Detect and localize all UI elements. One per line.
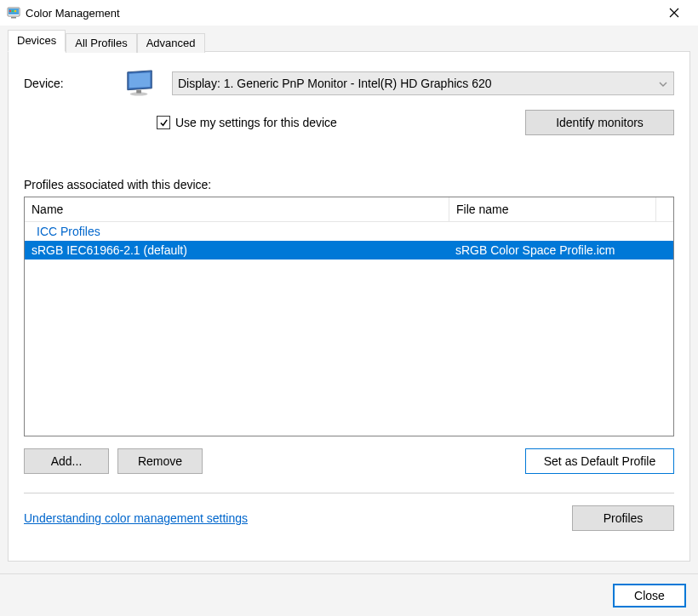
device-row: Device: Display: 1. Generic PnP Monitor … — [24, 69, 674, 98]
profile-file: sRGB Color Space Profile.icm — [449, 243, 673, 257]
device-select[interactable]: Display: 1. Generic PnP Monitor - Intel(… — [172, 71, 674, 95]
tab-advanced[interactable]: Advanced — [137, 33, 205, 53]
tab-all-profiles[interactable]: All Profiles — [66, 33, 136, 53]
svg-point-3 — [9, 10, 12, 13]
profiles-button[interactable]: Profiles — [572, 505, 674, 531]
identify-monitors-button[interactable]: Identify monitors — [525, 110, 674, 135]
device-label: Device: — [24, 77, 109, 90]
profiles-section-label: Profiles associated with this device: — [24, 178, 674, 191]
close-window-button[interactable] — [657, 1, 691, 25]
titlebar: Color Management — [0, 0, 698, 26]
profiles-group-label: ICC Profiles — [25, 222, 673, 241]
divider — [24, 493, 674, 493]
svg-point-5 — [14, 10, 17, 13]
profiles-listview: Name File name ICC Profiles sRGB IEC6196… — [24, 197, 674, 436]
chevron-down-icon — [658, 78, 668, 88]
remove-button[interactable]: Remove — [117, 448, 203, 474]
profile-row[interactable]: sRGB IEC61966-2.1 (default) sRGB Color S… — [25, 241, 673, 260]
profile-name: sRGB IEC61966-2.1 (default) — [25, 243, 449, 257]
window-title: Color Management — [26, 7, 120, 20]
profiles-header: Name File name — [25, 197, 673, 222]
help-link[interactable]: Understanding color management settings — [24, 511, 248, 525]
svg-rect-7 — [136, 90, 141, 94]
client-area: Devices All Profiles Advanced Device: Di… — [0, 26, 698, 616]
tab-devices[interactable]: Devices — [8, 30, 66, 52]
use-my-settings-checkbox[interactable] — [157, 116, 170, 129]
close-button[interactable]: Close — [613, 584, 686, 607]
svg-rect-2 — [11, 17, 16, 19]
tab-body-devices: Device: Display: 1. Generic PnP Monitor … — [8, 51, 690, 562]
app-icon — [7, 6, 20, 20]
dialog-footer: Close — [0, 573, 698, 616]
column-header-name[interactable]: Name — [25, 197, 449, 221]
device-select-value: Display: 1. Generic PnP Monitor - Intel(… — [178, 77, 492, 90]
use-my-settings-label: Use my settings for this device — [175, 116, 337, 129]
svg-point-4 — [12, 10, 14, 13]
add-button[interactable]: Add... — [24, 448, 109, 474]
column-header-file[interactable]: File name — [449, 197, 656, 221]
monitor-icon — [124, 69, 157, 98]
tab-strip: Devices All Profiles Advanced — [0, 26, 698, 51]
profiles-body: ICC Profiles sRGB IEC61966-2.1 (default)… — [25, 222, 673, 436]
set-default-profile-button[interactable]: Set as Default Profile — [525, 448, 674, 474]
